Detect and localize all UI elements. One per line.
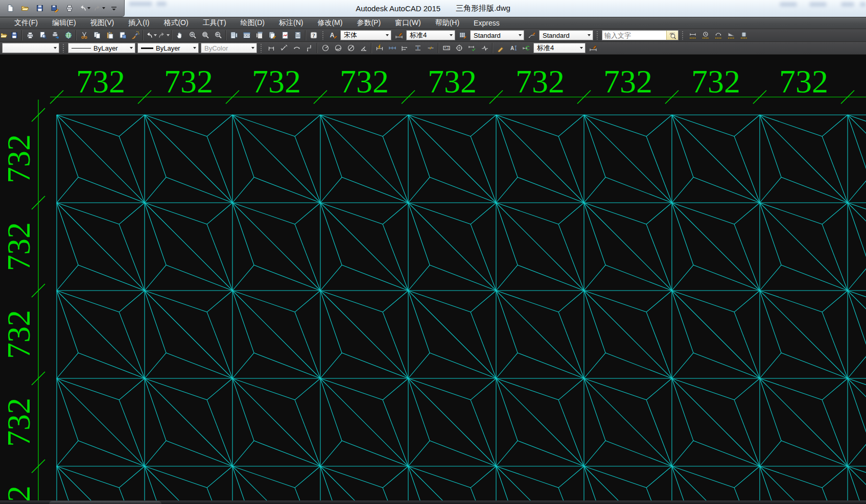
menu-tools[interactable]: 工具(T) (196, 17, 233, 29)
cut-button[interactable] (78, 30, 90, 41)
copy-button[interactable] (90, 30, 103, 41)
taskbar-edge[interactable] (0, 500, 866, 504)
dim-express-angular-button[interactable] (699, 30, 712, 41)
menu-file[interactable]: 文件(F) (7, 17, 45, 29)
linetype-select[interactable]: ByLayer (68, 43, 135, 53)
plot-button[interactable] (24, 30, 36, 41)
redo-button[interactable] (157, 30, 170, 41)
tolerance-button[interactable]: +.1 (440, 42, 453, 54)
plot-style-select[interactable]: ByColor (201, 43, 257, 53)
dim-style-dropdown-icon[interactable] (447, 31, 455, 40)
menu-help[interactable]: 帮助(H) (428, 17, 466, 29)
dim-ordinate-button[interactable] (303, 42, 316, 54)
match-properties-button[interactable] (129, 30, 142, 41)
toolbar-grip[interactable] (62, 43, 65, 53)
publish-button[interactable] (49, 30, 62, 41)
plot-style-dropdown-icon[interactable] (248, 43, 256, 53)
web-publish-button[interactable] (62, 30, 75, 41)
menu-express[interactable]: Express (466, 18, 507, 28)
redo-button[interactable] (92, 2, 106, 15)
mleader-style-dropdown-icon[interactable] (584, 31, 593, 40)
dim-aligned-button[interactable] (277, 42, 290, 54)
open-partial-button[interactable] (1, 30, 8, 41)
dim-jogged-button[interactable] (332, 42, 344, 54)
dim-edit-oblique-button[interactable] (494, 42, 507, 54)
paste-special-button[interactable] (116, 30, 129, 41)
menu-view[interactable]: 视图(V) (83, 17, 122, 29)
mleader-style-select[interactable]: Standard (539, 30, 593, 40)
dim-style-button[interactable] (392, 30, 405, 41)
zoom-window-button[interactable] (199, 30, 212, 41)
undo-dropdown-icon[interactable] (154, 34, 157, 36)
layer-dropdown-icon[interactable] (51, 43, 59, 53)
dim-jog-line-button[interactable] (478, 42, 491, 54)
dim-express-cylinder-button[interactable] (737, 30, 750, 41)
lineweight-select[interactable]: ByLayer (137, 43, 199, 53)
pan-button[interactable] (173, 30, 186, 41)
table-style-dropdown-icon[interactable] (516, 31, 524, 40)
dim-text-edit-button[interactable]: A (507, 42, 520, 54)
dim-space-button[interactable] (411, 42, 424, 54)
save-as-button[interactable] (48, 2, 61, 15)
dim-express-arc-button[interactable] (712, 30, 724, 41)
undo-button[interactable] (145, 30, 157, 41)
dim-baseline-button[interactable] (399, 42, 411, 54)
menu-edit[interactable]: 编辑(E) (45, 17, 83, 29)
print-preview-button[interactable] (36, 30, 49, 41)
menu-format[interactable]: 格式(O) (156, 17, 195, 29)
dim-update-button[interactable] (520, 42, 532, 54)
menu-draw[interactable]: 绘图(D) (233, 17, 272, 29)
help-button[interactable]: ? (307, 30, 320, 41)
menu-window[interactable]: 窗口(W) (388, 17, 428, 29)
dim-style-2-select[interactable]: 标准4 (533, 43, 586, 53)
toolbar-grip[interactable] (322, 31, 324, 40)
center-mark-button[interactable] (453, 42, 465, 54)
redo-dropdown-icon[interactable] (167, 34, 170, 36)
zoom-realtime-button[interactable] (186, 30, 199, 41)
undo-button[interactable] (78, 2, 91, 15)
zoom-previous-button[interactable] (212, 30, 224, 41)
open-button[interactable] (18, 2, 32, 15)
dim-diameter-button[interactable] (344, 42, 357, 54)
mleader-style-button[interactable] (525, 30, 538, 41)
properties-button[interactable] (227, 30, 240, 41)
tool-palettes-button[interactable] (253, 30, 266, 41)
table-style-button[interactable] (456, 30, 469, 41)
toolbar-grip[interactable] (682, 31, 684, 40)
dim-style-apply-button[interactable] (587, 42, 599, 54)
layer-select[interactable] (2, 43, 59, 53)
cad-drawing[interactable]: 7327327327327327327327327327327327327327… (0, 55, 866, 500)
save-button[interactable] (33, 2, 46, 15)
dim-style-select[interactable]: 标准4 (406, 30, 455, 40)
paste-button[interactable] (103, 30, 116, 41)
dim-break-button[interactable] (424, 42, 437, 54)
dim-arc-length-button[interactable] (290, 42, 303, 54)
menu-dimension[interactable]: 标注(N) (272, 17, 310, 29)
redo-dropdown-icon[interactable] (102, 7, 105, 9)
menu-parametric[interactable]: 参数(P) (349, 17, 388, 29)
linetype-dropdown-icon[interactable] (127, 43, 135, 53)
find-button[interactable]: ABC (666, 31, 678, 40)
dim-express-linear-button[interactable] (686, 30, 699, 41)
text-style-dropdown-icon[interactable] (383, 31, 391, 40)
customize-menu-button[interactable] (107, 2, 121, 15)
dim-style-2-dropdown-icon[interactable] (577, 43, 585, 53)
find-text-input[interactable] (602, 32, 666, 39)
sheetset-manager-button[interactable] (266, 30, 278, 41)
dim-radius-button[interactable] (319, 42, 332, 54)
dim-angular-button[interactable] (357, 42, 370, 54)
quick-dimension-button[interactable] (373, 42, 386, 54)
lineweight-dropdown-icon[interactable] (190, 43, 198, 53)
dim-linear-button[interactable] (265, 42, 277, 54)
designcenter-button[interactable] (240, 30, 253, 41)
menu-insert[interactable]: 插入(I) (121, 17, 156, 29)
dim-inspect-button[interactable] (465, 42, 478, 54)
markup-manager-button[interactable] (278, 30, 291, 41)
save-button[interactable] (8, 30, 20, 41)
new-button[interactable] (4, 2, 17, 15)
dim-continue-button[interactable] (386, 42, 399, 54)
menu-modify[interactable]: 修改(M) (310, 17, 349, 29)
text-style-select[interactable]: 宋体 (340, 30, 391, 40)
table-style-select[interactable]: Standard (470, 30, 524, 40)
toolbar-grip[interactable] (260, 43, 263, 53)
